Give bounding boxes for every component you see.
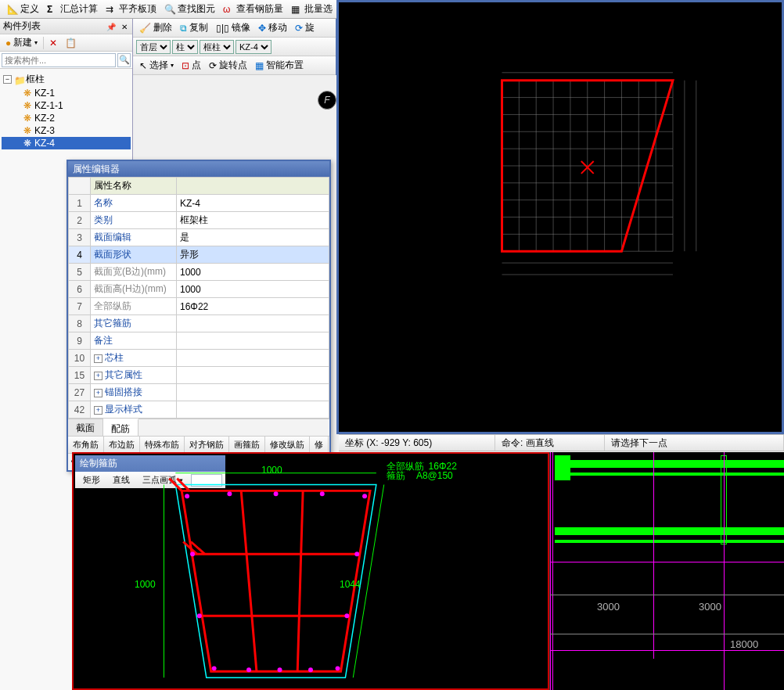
property-table: 属性名称 1名称KZ-42类别框架柱3截面编辑是4截面形状异形5截面宽(B边)(… xyxy=(68,177,329,419)
plan-dim-2: 3000 xyxy=(699,601,721,613)
property-editor: 属性编辑器 属性名称 1名称KZ-42类别框架柱3截面编辑是4截面形状异形5截面… xyxy=(67,160,331,472)
svg-line-32 xyxy=(241,491,257,671)
rtab[interactable]: 布角筋 xyxy=(68,437,104,453)
svg-point-40 xyxy=(185,494,189,498)
tree-root-label: 框柱 xyxy=(26,73,45,86)
property-row[interactable]: 42+显示样式 xyxy=(69,401,329,419)
property-row[interactable]: 10+芯柱 xyxy=(69,350,329,367)
align-label: 平齐板顶 xyxy=(119,2,156,16)
property-row[interactable]: 5截面宽(B边)(mm)1000 xyxy=(69,264,329,281)
property-row[interactable]: 3截面编辑是 xyxy=(69,229,329,246)
property-row[interactable]: 27+锚固搭接 xyxy=(69,384,329,401)
property-row[interactable]: 6截面高(H边)(mm)1000 xyxy=(69,281,329,298)
bottom-area: 绘制箍筋 矩形 直线 三点画弧 xyxy=(72,452,784,690)
rtab[interactable]: 修改纵筋 xyxy=(265,437,310,453)
rtab[interactable]: 画箍筋 xyxy=(229,437,265,453)
tree-item[interactable]: ❋KZ-3 xyxy=(2,124,131,137)
svg-point-43 xyxy=(320,491,325,496)
section-canvas[interactable] xyxy=(339,2,782,432)
tab-section[interactable]: 截面 xyxy=(68,419,103,436)
delete-x-button[interactable]: ✕ xyxy=(47,37,59,49)
find-button[interactable]: 🔍查找图元 xyxy=(160,1,219,17)
svg-point-50 xyxy=(246,667,251,672)
move-button[interactable]: ✥移动 xyxy=(255,20,290,35)
new-toolbar: ●新建▾ ✕ 📋 xyxy=(0,34,132,52)
plan-dim-total: 18000 xyxy=(730,638,758,650)
property-row[interactable]: 15+其它属性 xyxy=(69,367,329,384)
svg-point-47 xyxy=(197,613,202,618)
rtab[interactable]: 修 xyxy=(310,437,329,453)
copy-button[interactable]: ⧉复制 xyxy=(177,20,211,35)
new-button[interactable]: ●新建▾ xyxy=(3,35,40,50)
property-row[interactable]: 1名称KZ-4 xyxy=(69,195,329,212)
search-go-button[interactable]: 🔍 xyxy=(117,53,131,67)
subtype-select[interactable]: 框柱 xyxy=(200,40,234,54)
select-button[interactable]: ↖选择▾ xyxy=(136,58,177,73)
floor-select[interactable]: 首层 xyxy=(136,40,171,54)
smart-layout-button[interactable]: ▦智能布置 xyxy=(252,58,307,73)
f-marker: F xyxy=(318,91,336,110)
svg-point-44 xyxy=(362,494,367,498)
align-button[interactable]: ⇉平齐板顶 xyxy=(102,1,160,17)
mirror-button[interactable]: ▯|▯镜像 xyxy=(213,20,254,35)
property-row[interactable]: 4截面形状异形 xyxy=(69,246,329,264)
view-rebar-button[interactable]: ω查看钢筋量 xyxy=(219,1,287,17)
panel-header: 构件列表 📌 ✕ xyxy=(0,19,132,34)
detail-dim-right: 1044 xyxy=(340,579,361,590)
detail-canvas[interactable]: 绘制箍筋 矩形 直线 三点画弧 xyxy=(72,452,549,690)
close-icon[interactable]: ✕ xyxy=(120,23,129,31)
tree-item[interactable]: ❋KZ-2 xyxy=(2,112,131,124)
tree-item[interactable]: ❋KZ-1-1 xyxy=(2,99,131,112)
member-select[interactable]: KZ-4 xyxy=(236,40,272,54)
rtab[interactable]: 布边筋 xyxy=(104,437,140,453)
rotate-button[interactable]: ⟳旋 xyxy=(292,20,318,35)
svg-point-53 xyxy=(336,666,340,670)
detail-dim-top: 1000 xyxy=(261,465,282,476)
tree-item-selected[interactable]: ❋KZ-4 xyxy=(2,137,131,149)
svg-point-46 xyxy=(354,552,359,556)
rtab[interactable]: 特殊布筋 xyxy=(140,437,185,453)
batch-label: 批量选 xyxy=(304,2,333,16)
tree-item[interactable]: ❋KZ-1 xyxy=(2,87,131,99)
tree-root[interactable]: − 📁 框柱 xyxy=(2,72,131,87)
property-row[interactable]: 2类别框架柱 xyxy=(69,212,329,229)
editing-toolbars: 🧹删除 ⧉复制 ▯|▯镜像 ✥移动 ⟳旋 首层 柱 框柱 KZ-4 ↖选择▾ ⊡… xyxy=(133,19,338,75)
plan-dim-1: 3000 xyxy=(597,601,620,613)
plan-view[interactable]: 3000 3000 18000 xyxy=(549,452,784,690)
property-row[interactable]: 8其它箍筋 xyxy=(69,315,329,332)
prop-tabs: 截面 配筋 xyxy=(68,419,329,436)
prop-editor-title[interactable]: 属性编辑器 xyxy=(68,161,329,177)
svg-point-45 xyxy=(190,552,195,556)
property-row[interactable]: 7全部纵筋16Φ22 xyxy=(69,298,329,315)
svg-point-52 xyxy=(308,667,313,672)
delete-button[interactable]: 🧹删除 xyxy=(136,20,175,35)
status-cmd: 命令: 画直线 xyxy=(495,435,605,451)
type-select[interactable]: 柱 xyxy=(172,40,198,54)
batch-button[interactable]: ▦批量选 xyxy=(287,1,336,17)
rotpoint-button[interactable]: ⟳旋转点 xyxy=(206,58,250,73)
svg-point-41 xyxy=(227,491,232,496)
sum-label: 汇总计算 xyxy=(60,2,98,16)
legend-tie: 箍筋 A8@150 xyxy=(387,469,453,483)
find-label: 查找图元 xyxy=(178,2,215,16)
sum-button[interactable]: Σ汇总计算 xyxy=(43,1,102,17)
col-name: 属性名称 xyxy=(91,178,177,195)
svg-line-33 xyxy=(297,491,303,671)
collapse-icon[interactable]: − xyxy=(3,75,12,84)
search-bar: 🔍 xyxy=(0,52,132,69)
status-bar: 坐标 (X: -929 Y: 605) 命令: 画直线 请选择下一点 xyxy=(339,434,784,451)
tab-rebar[interactable]: 配筋 xyxy=(103,419,138,436)
define-button[interactable]: 📐定义 xyxy=(3,1,43,17)
define-label: 定义 xyxy=(20,2,39,16)
search-input[interactable] xyxy=(2,53,116,67)
detail-dim-left: 1000 xyxy=(135,579,156,590)
point-button[interactable]: ⊡点 xyxy=(178,58,204,73)
view-rebar-label: 查看钢筋量 xyxy=(236,2,283,16)
svg-point-48 xyxy=(344,613,349,618)
svg-point-49 xyxy=(212,666,217,670)
copy-icon-button[interactable]: 📋 xyxy=(63,37,79,49)
property-row[interactable]: 9备注 xyxy=(69,332,329,350)
status-prompt: 请选择下一点 xyxy=(605,435,784,451)
rtab[interactable]: 对齐钢筋 xyxy=(185,437,229,453)
pin-icon[interactable]: 📌 xyxy=(105,23,117,31)
